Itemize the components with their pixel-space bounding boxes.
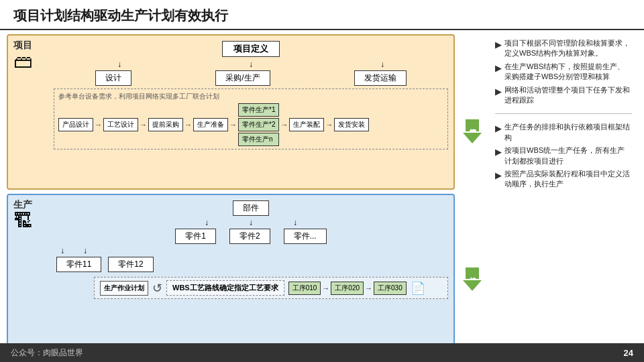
bullet-1-1: ▶ 项目下根据不同管理阶段和核算要求，定义WBS结构作为核算对象。 xyxy=(495,38,632,59)
bottom-arrow-label: 按结构计划 xyxy=(466,267,479,279)
diagram-area: 项目 🗃 项目定义 ↓ ↓ ↓ 设计 采购/生产 发货运输 参考单台设备需求，利… xyxy=(7,34,455,349)
page-title: 项目计划结构驱动生产计划有效执行 xyxy=(0,0,644,30)
proj-def-box: 项目定义 xyxy=(222,41,280,57)
step-prod-prep: 生产准备 xyxy=(193,118,228,131)
step-product-design: 产品设计 xyxy=(58,118,93,131)
parts-row: 零件1 零件2 零件... xyxy=(54,229,448,246)
right-arrows-area: 按项目主计划 按结构计划 xyxy=(460,34,484,349)
part-etc: 零件... xyxy=(284,229,327,244)
parts-tree: 部件 ↓↓↓ 零件1 零件2 零件... ↓ ↓ 零件11 零件12 xyxy=(54,200,448,299)
bullet-text-3: 网络和活动管理整个项目下任务下发和进程跟踪 xyxy=(504,85,632,106)
bullet-2-1: ▶ 生产任务的排排和执行依赖项目框架结构 xyxy=(495,122,632,143)
step-install: 发货安装 xyxy=(334,118,369,131)
document-icon: 📄 xyxy=(411,281,425,296)
step-assembly: 生产装配 xyxy=(289,118,324,131)
step-process-design: 工艺设计 xyxy=(103,118,138,131)
proj-def-area: 项目定义 xyxy=(54,41,448,57)
step-030: 工序030 xyxy=(374,282,407,295)
step-020: 工序020 xyxy=(331,282,364,295)
bullet-2-3: ▶ 按照产品实际装配行程和项目中定义活动顺序，执行生产 xyxy=(495,169,632,190)
process-steps: 工序010 → 工序020 → 工序030 xyxy=(288,282,407,295)
top-arrow-block: 按项目主计划 xyxy=(463,119,482,143)
ops-plan-label: 生产作业计划 xyxy=(100,281,148,296)
production-icon: 🏗 xyxy=(13,210,32,232)
bottom-down-arrow xyxy=(463,280,482,291)
bullet-text-5: 按项目WBS统一生产任务，所有生产计划都按项目进行 xyxy=(504,145,632,166)
part-prod-2: 零件生产*2 xyxy=(238,118,279,131)
bullet-arrow-4: ▶ xyxy=(495,123,502,143)
production-section: 生产 🏗 部件 ↓↓↓ 零件1 零件2 零件... ↓ ↓ xyxy=(7,194,455,349)
part-prod-n: 零件生产n xyxy=(238,133,279,146)
step-early-purchase: 提前采购 xyxy=(148,118,183,131)
dashed-process-box: 参考单台设备需求，利用项目网络实现多工厂联合计划 产品设计 → 工艺设计 → 提… xyxy=(54,88,448,149)
divider xyxy=(495,113,632,114)
project-section: 项目 🗃 项目定义 ↓ ↓ ↓ 设计 采购/生产 发货运输 参考单台设备需求，利… xyxy=(7,34,455,190)
bullet-arrow-1: ▶ xyxy=(495,39,502,59)
bullet-text-6: 按照产品实际装配行程和项目中定义活动顺序，执行生产 xyxy=(504,169,632,190)
top-down-arrow xyxy=(463,133,482,143)
bottom-arrow-block: 按结构计划 xyxy=(463,267,482,291)
footer-page: 24 xyxy=(624,348,633,358)
process-flow: 产品设计 → 工艺设计 → 提前采购 → 生产准备 → 零件生产*1 零件生产*… xyxy=(58,103,369,146)
footer: 公众号：肉眼品世界 24 xyxy=(0,343,644,362)
top-boxes-row: 设计 采购/生产 发货运输 xyxy=(54,70,448,86)
bullet-text-1: 项目下根据不同管理阶段和核算要求，定义WBS结构作为核算对象。 xyxy=(504,38,632,59)
bullet-arrow-5: ▶ xyxy=(495,146,502,166)
footer-brand: 公众号：肉眼品世界 xyxy=(11,347,83,359)
part-prod-1: 零件生产*1 xyxy=(238,103,279,117)
bullet-arrow-2: ▶ xyxy=(495,62,502,82)
bullet-text-4: 生产任务的排排和执行依赖项目框架结构 xyxy=(504,122,632,143)
workflow-section: 生产作业计划 ↺ WBS工艺路线确定指定工艺要求 工序010 → 工序020 →… xyxy=(94,277,448,299)
dashed-note: 参考单台设备需求，利用项目网络实现多工厂联合计划 xyxy=(58,92,443,101)
bullet-arrow-3: ▶ xyxy=(495,86,502,106)
bullet-section-2: ▶ 生产任务的排排和执行依赖项目框架结构 ▶ 按项目WBS统一生产任务，所有生产… xyxy=(495,122,632,189)
part2: 零件2 xyxy=(229,229,270,244)
bullet-1-2: ▶ 在生产WBS结构下，按照提前生产、采购搭建子WBS分别管理和核算 xyxy=(495,62,632,82)
bullet-2-2: ▶ 按项目WBS统一生产任务，所有生产计划都按项目进行 xyxy=(495,145,632,166)
part1: 零件1 xyxy=(175,229,216,244)
center-buijian: 部件 xyxy=(54,200,448,218)
bullet-section-1: ▶ 项目下根据不同管理阶段和核算要求，定义WBS结构作为核算对象。 ▶ 在生产W… xyxy=(495,38,632,105)
curved-arrow-icon: ↺ xyxy=(152,281,162,296)
workflow-inner: 生产作业计划 ↺ WBS工艺路线确定指定工艺要求 工序010 → 工序020 →… xyxy=(100,280,442,296)
top-arrow-label: 按项目主计划 xyxy=(466,119,479,131)
bullet-1-3: ▶ 网络和活动管理整个项目下任务下发和进程跟踪 xyxy=(495,85,632,106)
box-purchase: 采购/生产 xyxy=(215,70,270,86)
wbs-label: WBS工艺路线确定指定工艺要求 xyxy=(166,280,284,296)
box-design: 设计 xyxy=(95,70,131,86)
bullet-text-2: 在生产WBS结构下，按照提前生产、采购搭建子WBS分别管理和核算 xyxy=(504,62,632,82)
step-010: 工序010 xyxy=(288,282,321,295)
box-shipping: 发货运输 xyxy=(354,70,407,86)
buijian-box: 部件 xyxy=(233,200,269,216)
bullet-arrow-6: ▶ xyxy=(495,170,502,190)
project-icon: 🗃 xyxy=(13,50,32,72)
part11: 零件11 xyxy=(56,257,101,272)
text-panel: ▶ 项目下根据不同管理阶段和核算要求，定义WBS结构作为核算对象。 ▶ 在生产W… xyxy=(490,34,637,349)
sub-parts-row: 零件11 零件12 xyxy=(56,257,448,274)
part12: 零件12 xyxy=(108,257,153,272)
